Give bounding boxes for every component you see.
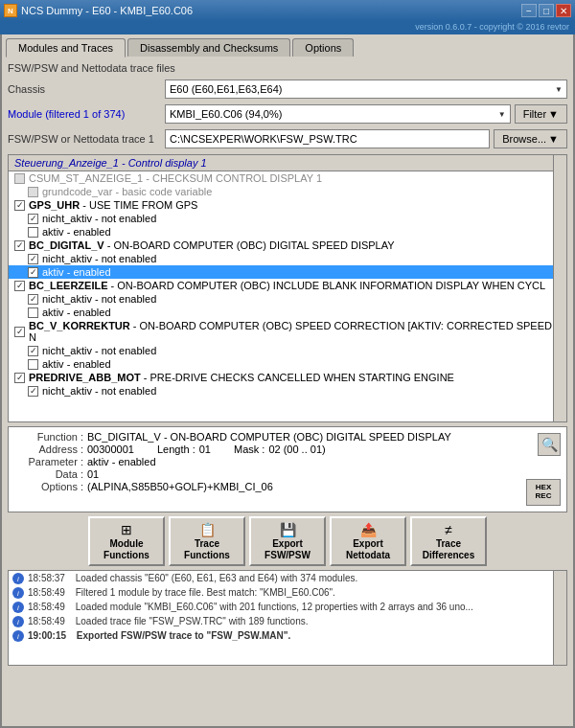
log-text: Exported FSW/PSW trace to "FSW_PSW.MAN". — [77, 629, 290, 642]
log-text — [69, 601, 72, 613]
tree-item[interactable]: grundcode_var - basic code variable — [9, 185, 566, 198]
info-data-row: Data : 01 — [16, 468, 559, 480]
module-combo[interactable]: KMBI_E60.C06 (94,0%) ▼ — [165, 104, 511, 124]
tree-item[interactable]: BC_LEERZEILE - ON-BOARD COMPUTER (OBC) I… — [9, 279, 566, 292]
export-fsw-button[interactable]: 💾 Export FSW/PSW — [249, 516, 326, 566]
export-fsw-icon: 💾 — [280, 522, 296, 537]
chassis-row: Chassis E60 (E60,E61,E63,E64) ▼ — [8, 80, 567, 99]
info-options-row: Options : (ALPINA,S85B50+GOLF)+KMBI_CI_0… — [16, 481, 559, 492]
trace-differences-button[interactable]: ≠ Trace Differences — [410, 516, 487, 566]
log-text — [69, 572, 72, 584]
tree-item[interactable]: BC_V_KORREKTUR - ON-BOARD COMPUTER (OBC)… — [9, 319, 566, 344]
parameter-value: aktiv - enabled — [87, 456, 156, 467]
tab-modules-traces[interactable]: Modules and Traces — [6, 38, 126, 57]
info-address-row: Address : 00300001 Length : 01 Mask : 02… — [16, 444, 559, 455]
log-scrollbar[interactable] — [553, 571, 566, 665]
tree-item[interactable]: aktiv - enabled — [9, 306, 566, 319]
tree-item[interactable]: aktiv - enabled — [9, 225, 566, 239]
tree-header: Steuerung_Anzeige_1 - Control display 1 — [9, 155, 566, 171]
options-value: (ALPINA,S85B50+GOLF)+KMBI_CI_06 — [87, 481, 273, 492]
checkbox-predrive[interactable] — [14, 373, 25, 383]
log-text: Loaded chassis "E60" (E60, E61, E63 and … — [76, 572, 358, 584]
module-icon: ⊞ — [121, 522, 132, 537]
checkbox-korr[interactable] — [14, 327, 25, 337]
diff-icon: ≠ — [445, 522, 452, 537]
minimize-button[interactable]: − — [521, 4, 537, 17]
module-row: Module (filtered 1 of 374) KMBI_E60.C06 … — [8, 104, 567, 124]
search-icon[interactable]: 🔍 — [538, 433, 561, 456]
address-value: 00300001 — [87, 444, 134, 455]
log-text — [69, 615, 72, 627]
close-button[interactable]: ✕ — [556, 4, 571, 17]
tree-item[interactable]: CSUM_ST_ANZEIGE_1 - CHECKSUM CONTROL DIS… — [9, 171, 566, 185]
module-label: Module (filtered 1 of 374) — [8, 108, 161, 120]
checkbox-korr-nicht[interactable] — [28, 346, 38, 356]
checkbox-gps-aktiv[interactable] — [28, 227, 38, 238]
tree-scrollbar[interactable] — [553, 155, 566, 421]
tree-item[interactable]: nicht_aktiv - not enabled — [9, 252, 566, 265]
function-value: BC_DIGITAL_V - ON-BOARD COMPUTER (OBC) D… — [87, 431, 451, 443]
log-item: i 18:58:49 Filtered 1 module by trace fi… — [9, 585, 566, 600]
checkbox-gps[interactable] — [14, 200, 25, 211]
checkbox-bc-nicht[interactable] — [28, 254, 38, 264]
log-item: i 18:58:37 Loaded chassis "E60" (E60, E6… — [9, 571, 566, 585]
maximize-button[interactable]: □ — [539, 4, 554, 17]
main-window: Modules and Traces Disassembly and Check… — [0, 34, 575, 728]
tree-item[interactable]: aktiv - enabled — [9, 357, 566, 371]
log-text: 18:58:49 — [28, 615, 65, 627]
checkbox-bcdigital[interactable] — [14, 240, 25, 251]
info-icon: i — [12, 616, 24, 627]
tree-item-selected[interactable]: aktiv - enabled — [9, 265, 566, 279]
checkbox-grundcode[interactable] — [28, 187, 38, 197]
module-functions-button[interactable]: ⊞ Module Functions — [88, 516, 165, 566]
chevron-down-icon: ▼ — [498, 110, 506, 119]
length-label: Length : — [157, 444, 196, 455]
filter-button[interactable]: Filter ▼ — [515, 104, 567, 124]
info-icon: i — [12, 587, 24, 599]
log-text — [70, 629, 73, 642]
checkbox-bc-aktiv[interactable] — [28, 267, 38, 278]
checkbox-csum[interactable] — [14, 173, 25, 184]
checkbox-korr-aktiv[interactable] — [28, 359, 38, 370]
info-parameter-row: Parameter : aktiv - enabled — [16, 456, 559, 467]
data-value: 01 — [87, 468, 99, 480]
chevron-down-icon: ▼ — [555, 85, 563, 94]
export-netto-icon: 📤 — [360, 522, 377, 537]
tree-item[interactable]: GPS_UHR - USE TIME FROM GPS — [9, 198, 566, 212]
options-label: Options : — [16, 481, 83, 492]
tree-item[interactable]: BC_DIGITAL_V - ON-BOARD COMPUTER (OBC) D… — [9, 239, 566, 252]
checkbox-leer[interactable] — [14, 281, 25, 291]
tab-disassembly[interactable]: Disassembly and Checksums — [127, 38, 290, 57]
section-label: FSW/PSW and Nettodata trace files — [8, 62, 567, 74]
version-bar: version 0.6.0.7 - copyright © 2016 revto… — [0, 21, 575, 34]
log-item: i 18:58:49 Loaded module "KMBI_E60.C06" … — [9, 600, 566, 614]
trace-path-field: C:\NCSEXPER\WORK\FSW_PSW.TRC — [165, 129, 490, 148]
log-item: i 18:58:49 Loaded trace file "FSW_PSW.TR… — [9, 614, 566, 628]
checkbox-leer-nicht[interactable] — [28, 294, 38, 305]
tree-item[interactable]: nicht_aktiv - not enabled — [9, 384, 566, 398]
hex-rec-button[interactable]: HEX REC — [526, 479, 561, 506]
tree-item[interactable]: nicht_aktiv - not enabled — [9, 292, 566, 306]
tree-item[interactable]: nicht_aktiv - not enabled — [9, 344, 566, 357]
checkbox-gps-nicht[interactable] — [28, 214, 38, 224]
tree-item[interactable]: nicht_aktiv - not enabled — [9, 212, 566, 225]
window-title: NCS Dummy - E60 - KMBI_E60.C06 — [21, 5, 193, 16]
tree-item[interactable]: PREDRIVE_ABB_MOT - PRE-DRIVE CHECKS CANC… — [9, 371, 566, 384]
log-text: Filtered 1 module by trace file. Best ma… — [76, 586, 335, 599]
tab-options[interactable]: Options — [292, 38, 354, 57]
info-function-row: Function : BC_DIGITAL_V - ON-BOARD COMPU… — [16, 431, 559, 443]
mask-value: 02 (00 .. 01) — [268, 444, 325, 455]
log-item: i 19:00:15 Exported FSW/PSW trace to "FS… — [9, 628, 566, 643]
chassis-combo[interactable]: E60 (E60,E61,E63,E64) ▼ — [165, 80, 567, 99]
checkbox-predrive-nicht[interactable] — [28, 386, 38, 397]
log-text: Loaded module "KMBI_E60.C06" with 201 fu… — [76, 601, 473, 613]
log-text: 19:00:15 — [28, 629, 66, 642]
content-area: FSW/PSW and Nettodata trace files Chassi… — [2, 57, 573, 726]
tree-panel[interactable]: Steuerung_Anzeige_1 - Control display 1 … — [8, 154, 567, 422]
chevron-down-icon: ▼ — [548, 108, 559, 120]
browse-button[interactable]: Browse... ▼ — [494, 129, 567, 148]
trace-label: FSW/PSW or Nettodata trace 1 — [8, 133, 161, 145]
trace-functions-button[interactable]: 📋 Trace Functions — [169, 516, 245, 566]
export-netto-button[interactable]: 📤 Export Nettodata — [330, 516, 406, 566]
checkbox-leer-aktiv[interactable] — [28, 307, 38, 318]
